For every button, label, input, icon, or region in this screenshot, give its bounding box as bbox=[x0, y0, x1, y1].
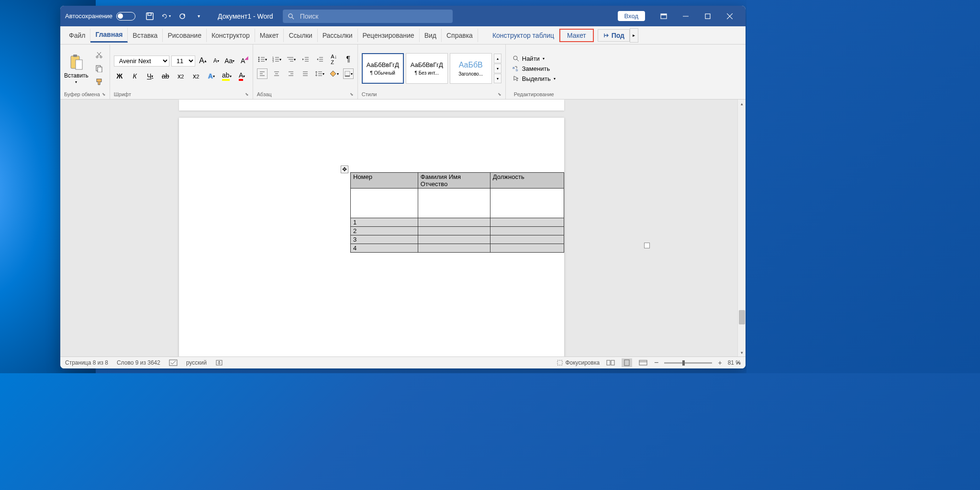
font-size-select[interactable]: 11 bbox=[171, 56, 195, 67]
search-input[interactable] bbox=[300, 12, 448, 20]
replace-button[interactable]: abЗаменить bbox=[512, 65, 556, 72]
shading-icon[interactable]: ▾ bbox=[329, 68, 339, 79]
line-spacing-icon[interactable]: ▾ bbox=[314, 68, 325, 79]
document-table[interactable]: НомерФамилия Имя ОтчествоДолжность 1 2 3… bbox=[350, 172, 564, 253]
underline-button[interactable]: Ч▾ bbox=[145, 70, 156, 82]
scroll-thumb[interactable] bbox=[739, 310, 745, 324]
tab-home[interactable]: Главная bbox=[90, 28, 128, 43]
read-mode-icon[interactable] bbox=[605, 358, 616, 367]
strikethrough-button[interactable]: ab bbox=[160, 70, 171, 82]
change-case-icon[interactable]: Aa▾ bbox=[224, 55, 235, 67]
style-no-spacing[interactable]: АаБбВвГгД ¶ Без инт... bbox=[406, 53, 448, 84]
show-marks-icon[interactable]: ¶ bbox=[343, 54, 354, 65]
tab-mailings[interactable]: Рассылки bbox=[318, 29, 358, 42]
chevron-down-icon[interactable]: ▾ bbox=[75, 80, 77, 84]
status-page[interactable]: Страница 8 из 8 bbox=[65, 359, 108, 366]
decrease-indent-icon[interactable] bbox=[300, 54, 311, 65]
spellcheck-icon[interactable] bbox=[169, 359, 178, 366]
tab-help[interactable]: Справка bbox=[442, 29, 478, 42]
close-button[interactable] bbox=[719, 6, 741, 26]
font-launcher-icon[interactable]: ⬊ bbox=[245, 92, 249, 97]
increase-indent-icon[interactable] bbox=[314, 54, 325, 65]
table-cell[interactable]: 1 bbox=[351, 218, 418, 227]
align-left-icon[interactable] bbox=[257, 68, 267, 79]
paragraph-launcher-icon[interactable]: ⬊ bbox=[350, 92, 354, 97]
zoom-in-button[interactable]: + bbox=[718, 359, 722, 367]
tab-table-layout[interactable]: Макет bbox=[559, 29, 594, 42]
tabs-overflow-button[interactable]: ▸ bbox=[630, 28, 638, 43]
vertical-scrollbar[interactable]: ▴ ▾ bbox=[737, 100, 746, 356]
accessibility-icon[interactable] bbox=[215, 359, 223, 366]
font-color-icon[interactable]: A▾ bbox=[236, 70, 248, 82]
scroll-up-icon[interactable]: ▴ bbox=[738, 100, 746, 108]
table-header[interactable]: Фамилия Имя Отчество bbox=[418, 173, 490, 189]
table-cell[interactable]: 4 bbox=[351, 244, 418, 253]
login-button[interactable]: Вход bbox=[618, 11, 645, 21]
print-layout-icon[interactable] bbox=[622, 358, 632, 367]
save-icon[interactable] bbox=[145, 11, 155, 21]
tab-review[interactable]: Рецензирование bbox=[358, 29, 420, 42]
bold-button[interactable]: Ж bbox=[114, 70, 125, 82]
tab-layout[interactable]: Макет bbox=[255, 29, 284, 42]
ribbon-display-icon[interactable] bbox=[653, 6, 675, 26]
justify-icon[interactable] bbox=[300, 68, 311, 79]
focus-mode-button[interactable]: Фокусировка bbox=[557, 359, 600, 366]
zoom-out-button[interactable]: − bbox=[654, 358, 658, 367]
superscript-button[interactable]: x2 bbox=[190, 70, 202, 82]
sort-icon[interactable]: A↓Z bbox=[329, 54, 339, 65]
styles-scroll-down-icon[interactable]: ▾ bbox=[494, 64, 501, 73]
styles-launcher-icon[interactable]: ⬊ bbox=[498, 92, 501, 97]
table-resize-handle-icon[interactable] bbox=[644, 243, 650, 248]
styles-expand-icon[interactable]: ▾ bbox=[494, 74, 501, 83]
styles-scroll-up-icon[interactable]: ▴ bbox=[494, 54, 501, 63]
numbering-icon[interactable]: 123▾ bbox=[271, 54, 282, 65]
zoom-slider[interactable] bbox=[664, 362, 712, 364]
cut-icon[interactable] bbox=[94, 50, 104, 60]
undo-icon[interactable]: ▾ bbox=[161, 11, 171, 21]
paste-button[interactable] bbox=[68, 53, 84, 71]
table-move-handle-icon[interactable]: ✥ bbox=[341, 166, 348, 173]
select-button[interactable]: Выделить▾ bbox=[512, 75, 556, 82]
tab-design[interactable]: Конструктор bbox=[207, 29, 255, 42]
autosave-toggle[interactable]: Автосохранение bbox=[65, 12, 135, 21]
tab-table-design[interactable]: Конструктор таблиц bbox=[488, 29, 559, 42]
table-cell[interactable]: 2 bbox=[351, 227, 418, 235]
decrease-font-icon[interactable]: A▾ bbox=[211, 55, 222, 67]
tab-references[interactable]: Ссылки bbox=[284, 29, 317, 42]
tab-share[interactable]: Под bbox=[598, 29, 630, 42]
font-name-select[interactable]: Avenir Next bbox=[114, 56, 169, 67]
increase-font-icon[interactable]: A▴ bbox=[197, 55, 209, 67]
tab-view[interactable]: Вид bbox=[420, 29, 442, 42]
status-language[interactable]: русский bbox=[186, 359, 207, 366]
minimize-button[interactable] bbox=[675, 6, 697, 26]
redo-icon[interactable] bbox=[178, 11, 187, 21]
multilevel-list-icon[interactable]: ▾ bbox=[286, 54, 296, 65]
table-header[interactable]: Номер bbox=[351, 173, 418, 189]
search-box[interactable] bbox=[283, 10, 453, 23]
web-layout-icon[interactable] bbox=[638, 358, 648, 367]
clipboard-launcher-icon[interactable]: ⬊ bbox=[102, 92, 106, 97]
collapse-ribbon-icon[interactable] bbox=[735, 360, 742, 367]
tab-insert[interactable]: Вставка bbox=[128, 29, 163, 42]
maximize-button[interactable] bbox=[697, 6, 719, 26]
status-words[interactable]: Слово 9 из 3642 bbox=[117, 359, 160, 366]
table-cell[interactable]: 3 bbox=[351, 235, 418, 244]
subscript-button[interactable]: x2 bbox=[175, 70, 187, 82]
find-button[interactable]: Найти▾ bbox=[512, 55, 556, 62]
page[interactable]: ✥ НомерФамилия Имя ОтчествоДолжность 1 2… bbox=[179, 118, 564, 356]
align-right-icon[interactable] bbox=[286, 68, 296, 79]
style-normal[interactable]: АаБбВвГгД ¶ Обычный bbox=[362, 53, 404, 84]
style-heading[interactable]: АаБбВ Заголово... bbox=[450, 53, 492, 84]
scroll-down-icon[interactable]: ▾ bbox=[738, 348, 746, 356]
tab-file[interactable]: Файл bbox=[64, 29, 90, 42]
tab-draw[interactable]: Рисование bbox=[163, 29, 207, 42]
table-header[interactable]: Должность bbox=[490, 173, 564, 189]
bullets-icon[interactable]: ▾ bbox=[257, 54, 267, 65]
document-canvas[interactable]: ✥ НомерФамилия Имя ОтчествоДолжность 1 2… bbox=[60, 100, 746, 356]
format-painter-icon[interactable] bbox=[94, 77, 104, 87]
text-effects-icon[interactable]: A▾ bbox=[206, 70, 217, 82]
borders-icon[interactable]: ▾ bbox=[343, 68, 354, 79]
clear-format-icon[interactable]: A◢ bbox=[237, 55, 249, 67]
qat-customize-icon[interactable]: ▾ bbox=[194, 11, 203, 21]
align-center-icon[interactable] bbox=[271, 68, 282, 79]
